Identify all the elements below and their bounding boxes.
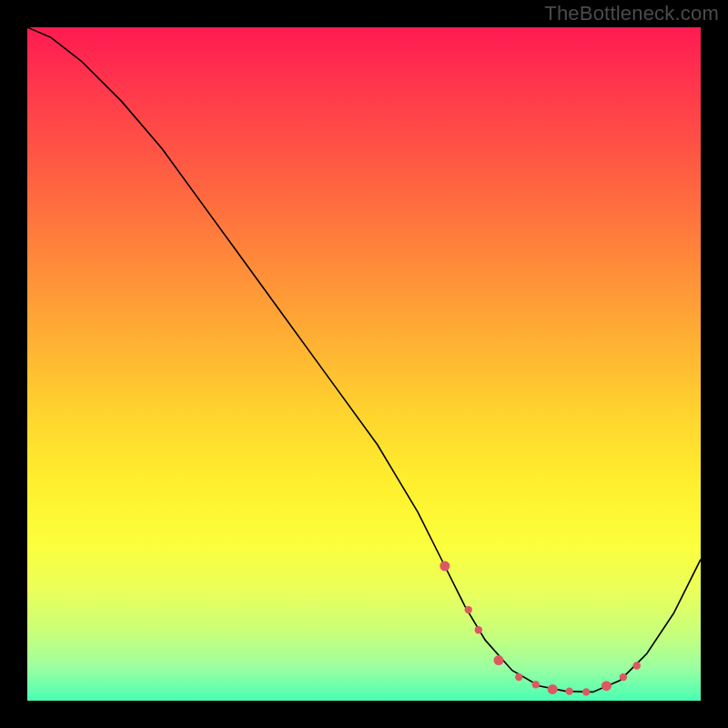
- plot-area: [27, 27, 701, 701]
- marker-dot: [620, 673, 627, 681]
- curve-markers: [440, 561, 641, 696]
- marker-dot: [475, 626, 482, 633]
- marker-dot: [602, 681, 612, 691]
- marker-dot: [566, 687, 573, 694]
- marker-dot: [582, 688, 590, 695]
- marker-dot: [532, 681, 540, 688]
- marker-dot: [440, 561, 450, 571]
- curve-layer: [27, 27, 701, 701]
- watermark-text: TheBottleneck.com: [544, 2, 719, 25]
- marker-dot: [494, 655, 504, 665]
- marker-dot: [465, 606, 472, 613]
- chart-frame: TheBottleneck.com: [0, 0, 728, 728]
- marker-dot: [515, 673, 522, 681]
- marker-dot: [548, 684, 558, 694]
- marker-dot: [633, 662, 641, 669]
- bottleneck-curve: [27, 27, 701, 692]
